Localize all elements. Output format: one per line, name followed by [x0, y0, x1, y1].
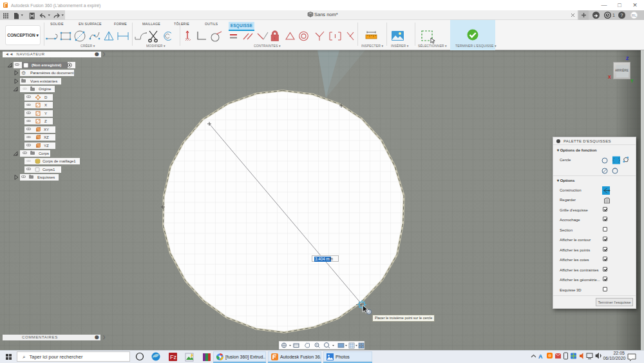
svg-text:Fz: Fz — [170, 354, 176, 360]
svg-text:A: A — [538, 353, 543, 360]
